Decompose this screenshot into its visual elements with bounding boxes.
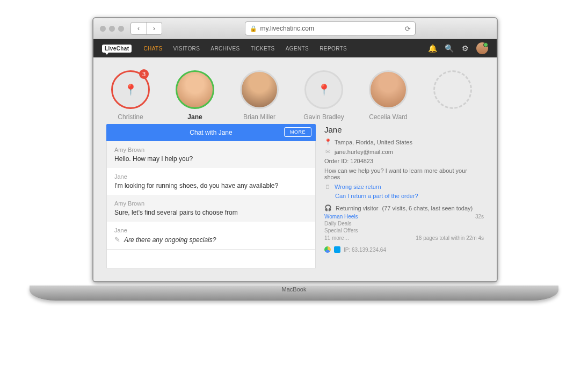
nav-buttons: ‹ ›: [130, 22, 162, 35]
tech-line: IP: 63.139.234.64: [324, 246, 484, 253]
chat-message: Jane✎Are there any ongoing specials?: [107, 222, 315, 249]
pages-more[interactable]: 11 more…: [324, 235, 350, 241]
returning-label: Returning visitor: [336, 205, 378, 211]
message-sender: Amy Brown: [114, 147, 308, 153]
chat-panel: Chat with Jane MORE Amy BrownHello. How …: [106, 124, 316, 268]
more-button[interactable]: MORE: [284, 127, 311, 137]
page-title: Special Offers: [324, 228, 358, 233]
browser-chrome: ‹ › 🔒 my.livechatinc.com ⟳: [93, 18, 497, 39]
page-visited: Woman Heels32s: [324, 214, 484, 220]
visitor-slot[interactable]: 📍3Christine: [106, 70, 155, 121]
chat-header: Chat with Jane MORE: [106, 124, 316, 141]
refresh-icon[interactable]: ⟳: [405, 25, 411, 33]
traffic-lights: [100, 26, 124, 32]
message-sender: Jane: [114, 173, 308, 180]
map-pin-icon: 📍: [124, 83, 137, 96]
traffic-light-max[interactable]: [118, 26, 124, 32]
info-order: Order ID: 1204823: [324, 158, 484, 164]
page-title: Daily Deals: [324, 221, 352, 226]
visit-stats: (77 visits, 6 chats, last seen today): [382, 205, 473, 211]
info-ticket[interactable]: 🗒 Wrong size return: [324, 184, 484, 190]
message-text: Hello. How may I help you?: [114, 155, 193, 163]
back-button[interactable]: ‹: [131, 23, 146, 34]
visitor-slot[interactable]: [429, 70, 477, 121]
ip-label: IP: 63.139.234.64: [344, 247, 386, 253]
message-text: Are there any ongoing specials?: [124, 236, 216, 244]
visitor-avatar[interactable]: [240, 70, 279, 109]
visitor-slot[interactable]: 📍Gavin Bradley: [300, 70, 348, 121]
chat-input-row: [107, 249, 315, 268]
visitor-avatar[interactable]: [176, 70, 214, 109]
page-visited: Special Offers: [324, 228, 484, 233]
search-icon[interactable]: 🔍: [445, 44, 454, 53]
visitor-slot[interactable]: Cecelia Ward: [364, 70, 412, 121]
chat-input[interactable]: [112, 255, 312, 264]
headset-icon: 🎧: [324, 204, 332, 211]
chat-message: Amy BrownSure, let's find several pairs …: [107, 195, 315, 222]
page-time: 32s: [475, 214, 484, 220]
visitor-name: Brian Miller: [235, 113, 284, 121]
lock-icon: 🔒: [250, 25, 257, 32]
gear-icon[interactable]: ⚙: [462, 44, 469, 53]
nav-chats[interactable]: CHATS: [143, 46, 162, 52]
bell-icon[interactable]: 🔔: [428, 44, 437, 53]
page-visited: Daily Deals: [324, 221, 484, 226]
main-columns: Chat with Jane MORE Amy BrownHello. How …: [93, 124, 497, 277]
visitor-slot[interactable]: Jane: [171, 70, 219, 121]
ticket-icon: 🗒: [324, 184, 331, 190]
status-dot: [483, 42, 488, 47]
nav-reports[interactable]: REPORTS: [320, 46, 347, 52]
nav-tickets[interactable]: TICKETS: [251, 46, 275, 52]
info-question: How can we help you? I want to learn mor…: [324, 167, 484, 180]
logo[interactable]: LiveChat: [102, 45, 132, 53]
visitor-carousel: 📍3ChristineJaneBrian Miller📍Gavin Bradle…: [93, 57, 497, 124]
app-root: LiveChat CHATSVISITORSARCHIVESTICKETSAGE…: [93, 39, 497, 281]
visitor-avatar[interactable]: 📍: [304, 70, 343, 109]
avatar[interactable]: [476, 42, 488, 54]
message-sender: Jane: [114, 227, 308, 233]
info-returning: 🎧 Returning visitor (77 visits, 6 chats,…: [324, 204, 484, 211]
map-pin-icon: 📍: [317, 83, 331, 96]
info-location: 📍 Tampa, Florida, United States: [324, 138, 484, 145]
info-name: Jane: [324, 125, 484, 134]
url-bar[interactable]: 🔒 my.livechatinc.com ⟳: [245, 21, 416, 35]
ticket-title[interactable]: Wrong size return: [335, 184, 381, 190]
visitor-slot[interactable]: Brian Miller: [235, 70, 284, 121]
message-text: Sure, let's find several pairs to choose…: [114, 209, 238, 216]
traffic-light-close[interactable]: [100, 26, 106, 32]
nav-archives[interactable]: ARCHIVES: [210, 46, 239, 52]
chat-message: Amy BrownHello. How may I help you?: [107, 141, 315, 168]
windows-icon: [334, 246, 340, 253]
chat-body: Amy BrownHello. How may I help you?JaneI…: [106, 141, 316, 268]
nav-visitors[interactable]: VISITORS: [173, 46, 200, 52]
top-nav: CHATSVISITORSARCHIVESTICKETSAGENTSREPORT…: [143, 46, 347, 52]
message-text: I'm looking for running shoes, do you ha…: [114, 182, 278, 189]
pin-icon: 📍: [324, 138, 331, 145]
visitor-name: Christine: [106, 113, 155, 121]
ticket-sub[interactable]: Can I return a part of the order?: [335, 193, 484, 199]
visitor-avatar[interactable]: [433, 70, 472, 109]
traffic-light-min[interactable]: [109, 26, 115, 32]
chrome-icon: [324, 246, 331, 253]
mail-icon: ✉: [324, 148, 331, 155]
visitor-name: Cecelia Ward: [364, 113, 412, 121]
info-email: ✉ jane.hurley@mail.com: [324, 148, 484, 155]
laptop-base: MacBook: [30, 286, 558, 301]
forward-button[interactable]: ›: [146, 23, 162, 34]
nav-agents[interactable]: AGENTS: [286, 46, 309, 52]
visitor-name: Gavin Bradley: [300, 113, 348, 121]
chat-message: JaneI'm looking for running shoes, do yo…: [107, 168, 315, 195]
page-title[interactable]: Woman Heels: [324, 214, 358, 220]
notification-badge: 3: [139, 69, 149, 79]
visitor-avatar[interactable]: [369, 70, 408, 109]
visitor-name: Jane: [171, 113, 219, 121]
laptop-screen: ‹ › 🔒 my.livechatinc.com ⟳ LiveChat CHAT…: [92, 17, 498, 282]
header-right: 🔔 🔍 ⚙: [428, 42, 488, 54]
url-text: my.livechatinc.com: [260, 25, 314, 32]
info-location-text: Tampa, Florida, United States: [335, 139, 412, 145]
pages-total: 16 pages total within 22m 4s: [416, 235, 484, 241]
laptop-brand: MacBook: [30, 286, 558, 292]
info-order-text: Order ID: 1204823: [324, 158, 373, 164]
info-panel: Jane 📍 Tampa, Florida, United States ✉ j…: [324, 124, 484, 268]
chat-header-title: Chat with Jane: [190, 129, 232, 136]
